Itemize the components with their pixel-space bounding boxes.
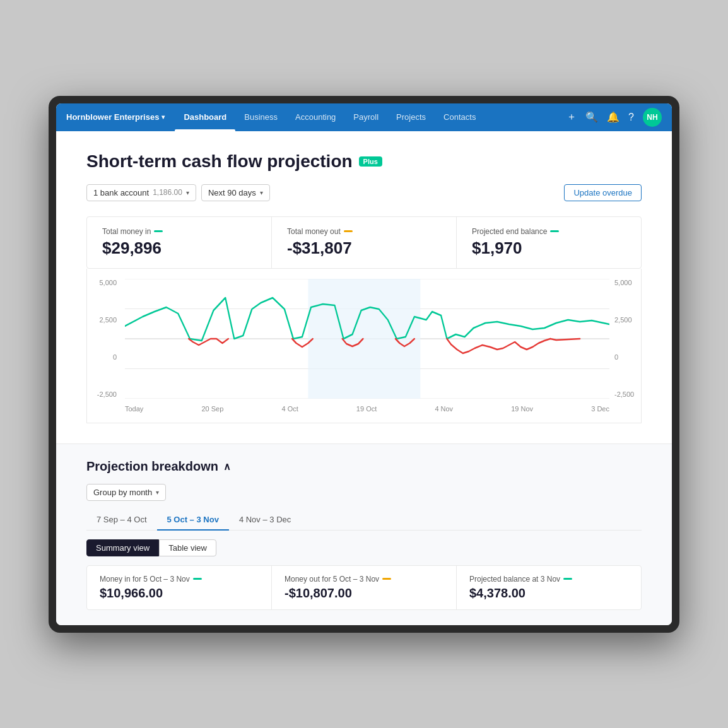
end-balance-card: Projected end balance $1,970 [457,217,641,268]
screen: Hornblower Enterprises ▾ Dashboard Busin… [56,103,672,625]
page-title: Short-term cash flow projection [86,151,353,172]
nav-item-projects[interactable]: Projects [387,103,435,131]
end-balance-label: Projected end balance [472,227,626,236]
add-icon[interactable]: ＋ [567,110,577,124]
y-label-2500: 2,500 [99,316,117,324]
controls-left: 1 bank account 1,186.00 ▾ Next 90 days ▾ [86,184,270,201]
search-icon[interactable]: 🔍 [585,111,598,123]
x-label-4nov: 4 Nov [435,405,453,413]
breakdown-money-in-value: $10,966.00 [100,586,259,601]
bank-dropdown-icon: ▾ [186,189,189,196]
summary-view-button[interactable]: Summary view [86,539,159,556]
end-balance-value: $1,970 [472,238,626,258]
breakdown-section: Projection breakdown ∧ Group by month ▾ … [56,443,672,625]
y-label-r-2500: 2,500 [614,316,632,324]
nav-links: Dashboard Business Accounting Payroll Pr… [175,103,567,131]
tab-5oct-3nov[interactable]: 5 Oct – 3 Nov [157,510,229,531]
brand-name: Hornblower Enterprises [66,112,159,122]
page-title-row: Short-term cash flow projection Plus [86,151,642,172]
svg-rect-5 [308,279,420,399]
breakdown-cards: Money in for 5 Oct – 3 Nov $10,966.00 Mo… [86,565,642,610]
breakdown-money-in: Money in for 5 Oct – 3 Nov $10,966.00 [87,566,272,609]
breakdown-projected-label: Projected balance at 3 Nov [469,575,628,584]
x-label-3dec: 3 Dec [591,405,609,413]
x-labels: Today 20 Sep 4 Oct 19 Oct 4 Nov 19 Nov 3… [125,400,609,418]
money-in-value: $29,896 [102,238,256,258]
nav-item-dashboard[interactable]: Dashboard [175,103,235,131]
period-tabs: 7 Sep – 4 Oct 5 Oct – 3 Nov 4 Nov – 3 De… [86,510,642,531]
help-icon[interactable]: ? [628,112,634,123]
chart-wrapper: 5,000 2,500 0 -2,500 5,000 2,500 0 -2,50… [87,279,641,418]
y-axis-left: 5,000 2,500 0 -2,500 [87,279,122,399]
money-in-dot [193,578,202,580]
chart-svg [125,279,609,399]
y-label-r-neg2500: -2,500 [614,390,634,398]
table-view-button[interactable]: Table view [159,539,216,556]
tab-7sep-4oct[interactable]: 7 Sep – 4 Oct [86,510,157,531]
x-label-20sep: 20 Sep [201,405,223,413]
nav-item-payroll[interactable]: Payroll [344,103,387,131]
money-out-indicator [344,230,353,232]
projected-dot [563,578,572,580]
money-in-label: Total money in [102,227,256,236]
nav-item-business[interactable]: Business [235,103,286,131]
period-select[interactable]: Next 90 days ▾ [201,184,270,201]
breakdown-projected: Projected balance at 3 Nov $4,378.00 [457,566,641,609]
y-axis-right: 5,000 2,500 0 -2,500 [609,279,641,399]
money-out-label: Total money out [287,227,441,236]
x-label-4oct: 4 Oct [281,405,298,413]
nav-actions: ＋ 🔍 🔔 ? NH [567,108,662,127]
bank-account-select[interactable]: 1 bank account 1,186.00 ▾ [86,184,196,201]
money-out-card: Total money out -$31,807 [272,217,457,268]
nav-item-accounting[interactable]: Accounting [286,103,344,131]
breakdown-controls: Group by month ▾ [86,484,642,501]
nav-item-contacts[interactable]: Contacts [435,103,484,131]
navbar: Hornblower Enterprises ▾ Dashboard Busin… [56,103,672,131]
group-by-select[interactable]: Group by month ▾ [86,484,166,501]
view-toggle: Summary view Table view [86,539,642,556]
breakdown-money-out: Money out for 5 Oct – 3 Nov -$10,807.00 [272,566,457,609]
x-label-today: Today [125,405,143,413]
chevron-up-icon: ∧ [223,461,231,473]
chart-area: 5,000 2,500 0 -2,500 5,000 2,500 0 -2,50… [86,269,642,423]
y-label-neg2500: -2,500 [97,390,117,398]
brand-dropdown-icon: ▾ [161,114,165,120]
end-balance-indicator [550,230,559,232]
plus-badge: Plus [359,156,382,167]
device-frame: Hornblower Enterprises ▾ Dashboard Busin… [49,96,679,633]
x-label-19nov: 19 Nov [511,405,533,413]
money-in-indicator [154,230,163,232]
y-label-5000: 5,000 [99,279,117,286]
update-overdue-button[interactable]: Update overdue [564,184,642,201]
money-in-card: Total money in $29,896 [87,217,272,268]
breakdown-projected-value: $4,378.00 [469,586,628,601]
period-dropdown-icon: ▾ [260,189,263,196]
summary-cards: Total money in $29,896 Total money out -… [86,216,642,269]
y-label-0: 0 [113,353,117,361]
y-label-r-0: 0 [614,353,618,361]
bell-icon[interactable]: 🔔 [607,111,619,123]
x-label-19oct: 19 Oct [356,405,377,413]
breakdown-title: Projection breakdown ∧ [86,459,642,474]
nav-brand[interactable]: Hornblower Enterprises ▾ [66,112,165,122]
money-out-dot [382,578,391,580]
y-label-r-5000: 5,000 [614,279,632,286]
breakdown-money-out-value: -$10,807.00 [285,586,443,601]
tab-4nov-3dec[interactable]: 4 Nov – 3 Dec [229,510,301,531]
group-dropdown-icon: ▾ [156,489,159,496]
breakdown-money-in-label: Money in for 5 Oct – 3 Nov [100,575,259,584]
avatar[interactable]: NH [643,108,662,127]
breakdown-money-out-label: Money out for 5 Oct – 3 Nov [285,575,443,584]
main-content: Short-term cash flow projection Plus 1 b… [56,131,672,443]
money-out-value: -$31,807 [287,238,441,258]
controls-row: 1 bank account 1,186.00 ▾ Next 90 days ▾… [86,184,642,201]
